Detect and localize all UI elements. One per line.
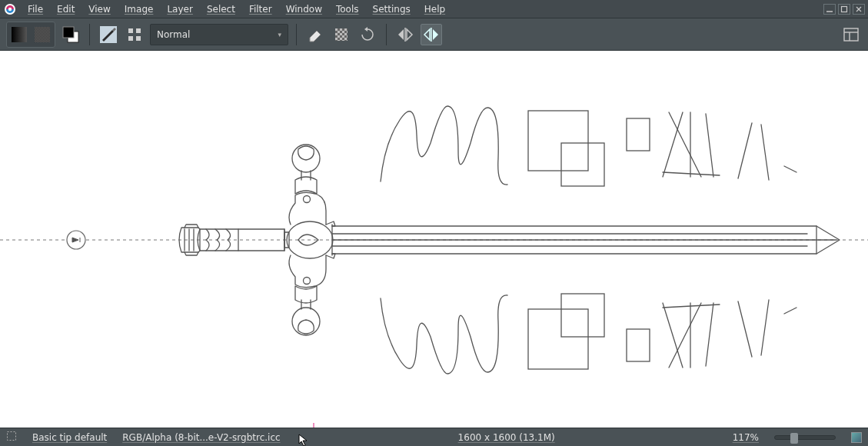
menu-file[interactable]: File <box>22 2 49 17</box>
svg-point-1 <box>8 7 12 10</box>
eraser-mode-button[interactable] <box>304 24 326 45</box>
menu-help[interactable]: Help <box>418 2 451 17</box>
zoom-slider-knob[interactable] <box>790 433 798 444</box>
svg-rect-6 <box>12 27 27 42</box>
svg-rect-46 <box>528 111 588 171</box>
color-model-status[interactable]: RGB/Alpha (8-bit...e-V2-srgbtrc.icc <box>122 432 280 443</box>
fg-bg-swatch[interactable] <box>60 24 81 45</box>
mirror-horizontal-button[interactable] <box>394 24 416 45</box>
svg-line-49 <box>663 112 683 177</box>
menu-window[interactable]: Window <box>280 2 328 17</box>
zoom-slider[interactable] <box>774 435 836 440</box>
svg-line-60 <box>663 303 683 368</box>
svg-rect-59 <box>627 329 650 361</box>
selection-indicator-icon <box>6 431 17 444</box>
svg-rect-22 <box>335 28 348 41</box>
menu-view[interactable]: View <box>82 2 116 17</box>
svg-line-50 <box>669 112 701 177</box>
alpha-lock-button[interactable] <box>331 24 352 45</box>
window-maximize-button[interactable] <box>838 4 850 15</box>
svg-rect-3 <box>842 6 847 12</box>
brush-preset-button[interactable] <box>98 24 119 45</box>
gradient-presets <box>6 22 55 48</box>
svg-point-35 <box>304 196 311 203</box>
brush-preset-status[interactable]: Basic tip default <box>32 432 107 443</box>
svg-line-54 <box>738 123 752 178</box>
reload-preset-button[interactable] <box>357 24 378 45</box>
zoom-level-status[interactable]: 117% <box>733 432 759 443</box>
svg-line-66 <box>761 300 769 355</box>
svg-rect-25 <box>844 28 858 41</box>
svg-point-39 <box>292 308 320 335</box>
svg-rect-14 <box>128 28 133 33</box>
svg-rect-58 <box>561 294 604 337</box>
menu-layer[interactable]: Layer <box>161 2 198 17</box>
svg-rect-57 <box>528 309 588 369</box>
svg-line-61 <box>669 303 701 368</box>
menubar: File Edit View Image Layer Select Filter… <box>0 0 868 18</box>
svg-rect-10 <box>35 27 50 42</box>
menu-filter[interactable]: Filter <box>243 2 278 17</box>
svg-rect-16 <box>128 36 133 41</box>
statusbar: Basic tip default RGB/Alpha (8-bit...e-V… <box>0 428 868 446</box>
menu-select[interactable]: Select <box>201 2 241 17</box>
menu-settings[interactable]: Settings <box>367 2 417 17</box>
layout-grid-icon[interactable] <box>124 24 145 45</box>
cursor-icon <box>298 434 309 446</box>
gradient-preset-1[interactable] <box>8 24 30 45</box>
svg-rect-17 <box>136 36 141 41</box>
svg-rect-48 <box>627 118 650 151</box>
blend-mode-label: Normal <box>157 29 190 40</box>
chevron-down-icon: ▾ <box>278 31 281 38</box>
menu-tools[interactable]: Tools <box>330 2 365 17</box>
menu-image[interactable]: Image <box>118 2 160 17</box>
toolbar: Normal ▾ <box>0 18 868 51</box>
canvas-dimensions-status: 1600 x 1600 (13.1M) <box>458 432 555 443</box>
window-controls <box>823 4 865 15</box>
svg-line-64 <box>663 305 720 308</box>
svg-line-53 <box>663 172 720 175</box>
svg-rect-15 <box>136 28 141 33</box>
svg-point-36 <box>304 278 311 285</box>
svg-line-63 <box>706 303 713 366</box>
window-close-button[interactable] <box>853 4 865 15</box>
svg-rect-69 <box>8 432 16 441</box>
canvas-area[interactable] <box>0 51 868 428</box>
svg-rect-47 <box>561 143 604 186</box>
app-icon <box>3 2 17 16</box>
svg-point-38 <box>292 145 320 172</box>
svg-line-55 <box>761 125 769 180</box>
svg-line-52 <box>706 114 713 177</box>
mirror-vertical-button[interactable] <box>421 24 442 45</box>
workspace-chooser-button[interactable] <box>840 24 862 45</box>
menu-edit[interactable]: Edit <box>51 2 81 17</box>
svg-line-56 <box>784 166 796 172</box>
window-minimize-button[interactable] <box>823 4 836 15</box>
svg-line-65 <box>738 301 752 357</box>
svg-line-67 <box>784 308 796 314</box>
canvas-map-icon[interactable] <box>851 432 862 443</box>
svg-rect-12 <box>63 27 74 38</box>
blend-mode-dropdown[interactable]: Normal ▾ <box>150 24 288 45</box>
gradient-preset-2[interactable] <box>32 24 53 45</box>
